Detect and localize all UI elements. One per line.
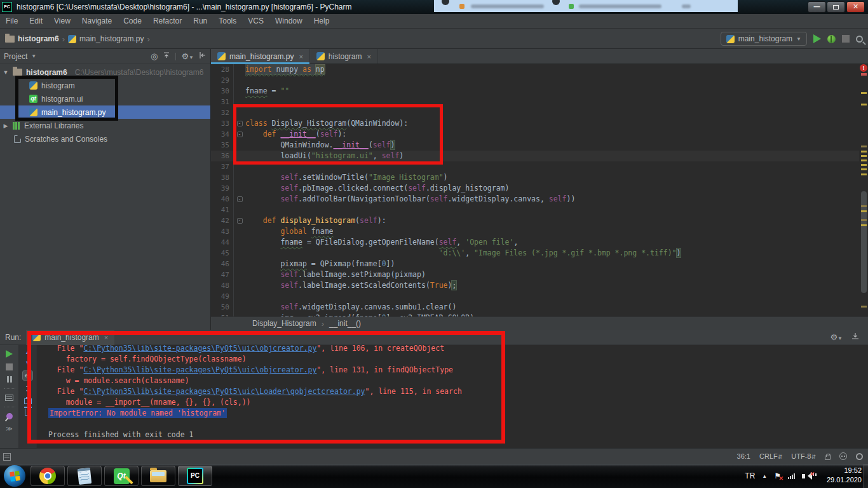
error-stripe-mark[interactable] bbox=[861, 164, 867, 166]
tray-expand-icon[interactable]: ▲ bbox=[762, 473, 767, 479]
error-stripe-mark[interactable] bbox=[861, 92, 867, 94]
tree-root-histogram6[interactable]: ▼ histogram6 C:\Users\mustafa\Desktop\hi… bbox=[0, 65, 210, 79]
taskbar-notepad-button[interactable] bbox=[67, 466, 102, 486]
settings-gear-icon[interactable]: ⚙▼ bbox=[830, 332, 843, 342]
stack-trace-link[interactable]: C:\Python35\lib\site-packages\PyQt5\uic\… bbox=[83, 345, 316, 353]
line-separator-widget[interactable]: CRLF⇵ bbox=[759, 452, 782, 460]
code-line-44[interactable]: 44 fname = QFileDialog.getOpenFileName(s… bbox=[211, 237, 859, 248]
code-line-41[interactable]: 41 bbox=[211, 205, 859, 215]
error-stripe-mark[interactable] bbox=[861, 173, 867, 175]
collapsed-caret-icon[interactable]: ▶ bbox=[3, 123, 9, 129]
error-stripe-mark[interactable] bbox=[861, 73, 867, 76]
toolwindow-switcher-icon[interactable] bbox=[3, 453, 11, 461]
breadcrumb-project[interactable]: histogram6 bbox=[18, 34, 59, 43]
tree-item-main-histogram-py[interactable]: main_histogram.py bbox=[0, 105, 210, 119]
code-line-45[interactable]: 45 'd:\\', "Image Files (*.jpg *.gif *.b… bbox=[211, 248, 859, 259]
action-center-flag-icon[interactable]: ⚑✕ bbox=[774, 471, 781, 480]
code-line-47[interactable]: 47 self.labelImage.setPixmap(pixmap) bbox=[211, 269, 859, 280]
print-icon[interactable] bbox=[24, 398, 32, 404]
menu-item-tools[interactable]: Tools bbox=[213, 14, 242, 28]
more-actions-icon[interactable]: ≫ bbox=[6, 425, 12, 432]
maximize-button[interactable] bbox=[827, 1, 845, 13]
fold-column[interactable]: - bbox=[234, 215, 245, 226]
locate-file-icon[interactable]: ◎ bbox=[151, 51, 158, 61]
fold-column[interactable]: - bbox=[234, 194, 245, 205]
volume-icon[interactable] bbox=[802, 474, 805, 478]
taskbar-clock[interactable]: 19:52 29.01.2020 bbox=[816, 466, 862, 485]
code-line-29[interactable]: 29 bbox=[211, 75, 859, 86]
stop-button[interactable] bbox=[842, 35, 850, 43]
code-line-43[interactable]: 43 global fname bbox=[211, 226, 859, 237]
editor-tab-histogram[interactable]: histogram × bbox=[310, 49, 378, 64]
fold-icon[interactable]: - bbox=[237, 196, 243, 202]
collapse-all-icon[interactable] bbox=[163, 51, 170, 61]
expanded-caret-icon[interactable]: ▼ bbox=[3, 69, 9, 76]
fold-icon[interactable]: - bbox=[237, 121, 243, 126]
breadcrumb-method[interactable]: __init__() bbox=[329, 319, 361, 328]
editor-tab-main-histogram[interactable]: main_histogram.py × bbox=[211, 49, 310, 64]
taskbar-chrome-button[interactable] bbox=[31, 466, 65, 486]
show-desktop-button[interactable] bbox=[864, 464, 868, 488]
start-button[interactable] bbox=[4, 465, 25, 487]
chevron-down-icon[interactable]: ▼ bbox=[31, 53, 36, 59]
code-line-31[interactable]: 31 bbox=[211, 97, 859, 107]
code-line-46[interactable]: 46 pixmap = QPixmap(fname[0]) bbox=[211, 259, 859, 269]
code-line-48[interactable]: 48 self.labelImage.setScaledContents(Tru… bbox=[211, 280, 859, 291]
error-stripe-mark[interactable] bbox=[861, 306, 867, 308]
error-stripe-mark[interactable] bbox=[861, 168, 867, 170]
code-line-28[interactable]: 28import numpy as np bbox=[211, 64, 859, 75]
language-indicator[interactable]: TR bbox=[745, 471, 755, 480]
menu-item-help[interactable]: Help bbox=[308, 14, 336, 28]
stack-trace-link[interactable]: C:\Python35\lib\site-packages\PyQt5\uic\… bbox=[83, 387, 365, 396]
code-line-39[interactable]: 39 self.pbImage.clicked.connect(self.dis… bbox=[211, 183, 859, 194]
code-line-49[interactable]: 49 bbox=[211, 291, 859, 302]
menu-item-run[interactable]: Run bbox=[187, 14, 213, 28]
menu-item-window[interactable]: Window bbox=[269, 14, 308, 28]
menu-item-view[interactable]: View bbox=[48, 14, 76, 28]
minimize-button[interactable]: — bbox=[808, 1, 826, 13]
readonly-lock-icon[interactable] bbox=[825, 456, 831, 460]
close-tab-icon[interactable]: × bbox=[104, 334, 108, 341]
code-line-33[interactable]: 33-class Display_Histogram(QMainWindow): bbox=[211, 118, 859, 129]
debug-button[interactable] bbox=[827, 35, 836, 43]
taskbar-qt-designer-button[interactable]: Qt bbox=[104, 466, 139, 486]
close-tab-icon[interactable]: × bbox=[299, 53, 302, 60]
hide-panel-icon[interactable] bbox=[199, 51, 207, 61]
menu-item-vcs[interactable]: VCS bbox=[242, 14, 269, 28]
code-line-50[interactable]: 50 self.widgetDisplay.canvas.sumbu1.clea… bbox=[211, 302, 859, 313]
error-stripe-mark[interactable] bbox=[861, 210, 867, 212]
stop-process-button[interactable] bbox=[6, 363, 13, 370]
error-stripe-mark[interactable] bbox=[861, 151, 867, 152]
pause-output-button[interactable] bbox=[7, 376, 12, 383]
tree-item-external-libraries[interactable]: ▶ External Libraries bbox=[0, 119, 210, 132]
code-line-38[interactable]: 38 self.setWindowTitle("Image Histogram"… bbox=[211, 172, 859, 183]
tree-item-histogram[interactable]: histogram bbox=[0, 79, 210, 92]
rerun-button[interactable] bbox=[6, 350, 13, 358]
error-stripe-mark[interactable] bbox=[861, 159, 867, 161]
taskbar-explorer-button[interactable] bbox=[141, 466, 175, 486]
error-stripe[interactable]: ! bbox=[859, 64, 868, 316]
event-log-icon[interactable] bbox=[856, 453, 863, 460]
code-line-37[interactable]: 37 bbox=[211, 161, 859, 172]
run-configuration-selector[interactable]: main_histogram ▼ bbox=[721, 32, 807, 46]
error-stripe-mark[interactable] bbox=[861, 205, 867, 207]
project-panel-title[interactable]: Project bbox=[4, 52, 27, 61]
error-stripe-mark[interactable] bbox=[861, 104, 867, 105]
pin-tab-icon[interactable] bbox=[4, 412, 13, 421]
code-line-42[interactable]: 42- def display_histogram(self): bbox=[211, 215, 859, 226]
taskbar-pycharm-button[interactable]: PC bbox=[178, 466, 212, 486]
scroll-to-end-icon[interactable]: ↧ bbox=[24, 385, 31, 394]
fold-column[interactable]: - bbox=[234, 129, 245, 140]
run-tab-main-histogram[interactable]: main_histogram × bbox=[26, 330, 114, 345]
code-line-36[interactable]: 36 loadUi("histogram.ui", self) bbox=[211, 151, 859, 161]
code-line-35[interactable]: 35 QMainWindow.__init__(self) bbox=[211, 140, 859, 151]
fold-icon[interactable]: - bbox=[237, 218, 243, 224]
soft-wrap-icon[interactable]: ↩ bbox=[22, 370, 32, 381]
stack-trace-link[interactable]: C:\Python35\lib\site-packages\PyQt5\uic\… bbox=[83, 365, 316, 374]
search-everywhere-icon[interactable] bbox=[856, 36, 863, 43]
menu-item-edit[interactable]: Edit bbox=[24, 14, 48, 28]
code-line-34[interactable]: 34- def __init__(self): bbox=[211, 129, 859, 140]
tree-item-histogram-ui[interactable]: qt histogram.ui bbox=[0, 92, 210, 105]
breadcrumb-file[interactable]: main_histogram.py bbox=[79, 34, 144, 43]
breadcrumb-class[interactable]: Display_Histogram bbox=[252, 319, 316, 328]
